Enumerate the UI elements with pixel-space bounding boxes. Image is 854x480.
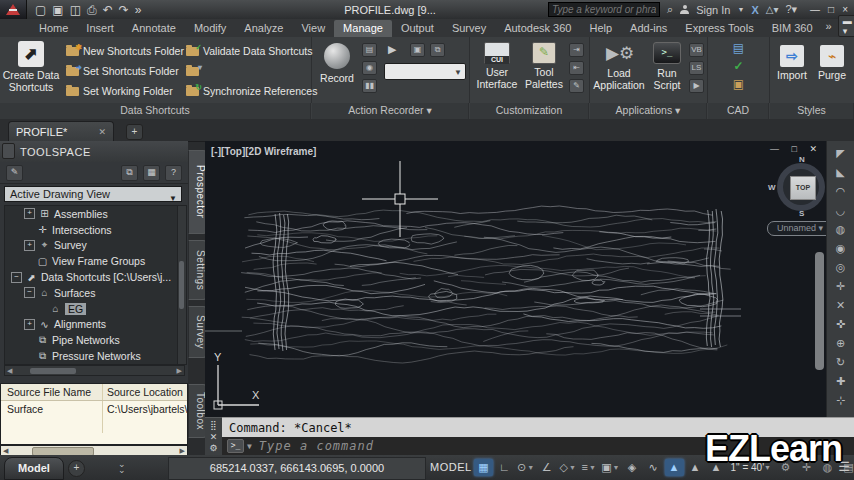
viewcube-north[interactable]: N (799, 155, 805, 164)
model-space-indicator[interactable]: MODEL (430, 457, 472, 478)
viewcube-west[interactable]: W (768, 183, 776, 192)
communication-center-icon[interactable]: △▾ (766, 4, 779, 15)
panel-label-styles[interactable]: Styles (770, 103, 854, 119)
restore-button[interactable]: □ (828, 4, 834, 15)
file-tab-close-icon[interactable]: ✕ (98, 127, 106, 137)
polar-tracking-icon[interactable]: ⊙▼ (516, 459, 535, 476)
point-create-icon[interactable]: ✛ (831, 277, 851, 295)
command-tools-icon[interactable]: ⚙ (209, 443, 217, 453)
item-view-orientation-icon[interactable]: ⧉ (121, 165, 138, 181)
minimize-button[interactable]: — (810, 4, 820, 15)
named-view-pill[interactable]: Unnamed ▾ (767, 221, 833, 236)
view-selector-combobox[interactable]: Active Drawing View ▼ (4, 186, 182, 202)
close-button[interactable]: × (842, 4, 848, 15)
redo-icon[interactable]: ↷ (119, 3, 129, 17)
edit-aliases-icon[interactable]: ✎ (569, 79, 584, 93)
ribbon-tab-manage[interactable]: Manage (334, 20, 392, 37)
ribbon-tab-help[interactable]: Help (580, 20, 621, 37)
ribbon-display-toggle[interactable]: ▬ ▾ (838, 15, 854, 37)
ribbon-tab-annotate[interactable]: Annotate (123, 20, 185, 37)
configure-standards-icon[interactable]: ▤ (731, 41, 747, 55)
tree-item-eg[interactable]: ⌂EG (5, 301, 177, 317)
toolspace-title[interactable]: TOOLSPACE (0, 141, 188, 162)
tree-item-survey[interactable]: +⌖Survey (5, 238, 177, 254)
search-input[interactable] (548, 2, 660, 17)
save-icon[interactable]: ◫ (70, 3, 81, 17)
marker-icon[interactable]: ⊹ (831, 391, 851, 409)
command-input-row[interactable]: >_ ▼ Type a command (222, 437, 854, 455)
ribbon-tab-modify[interactable]: Modify (185, 20, 235, 37)
export-cui-icon[interactable]: ⇤ (569, 61, 584, 75)
tree-expand-icon[interactable]: + (24, 240, 35, 251)
ortho-mode-icon[interactable]: ∟ (495, 459, 514, 476)
set-shortcuts-folder-button[interactable]: ➜ Set Shortcuts Folder (66, 62, 179, 80)
panel-label-applications[interactable]: Applications ▾ (590, 103, 707, 119)
orbit-icon[interactable]: ◍ (831, 220, 851, 238)
ribbon-tab-view[interactable]: View (292, 20, 334, 37)
application-menu-button[interactable] (0, 0, 27, 19)
ribbon-tab-add-ins[interactable]: Add-ins (621, 20, 676, 37)
viewcube[interactable]: N S W E TOP (771, 157, 833, 219)
refresh-icon[interactable]: ↻ (831, 353, 851, 371)
search-icon[interactable]: ⌕ (667, 3, 673, 16)
source-table-row[interactable]: SurfaceC:\Users\jbartels\ (1, 401, 187, 417)
tree-expand-icon[interactable]: + (24, 319, 35, 330)
macro-edit-icon[interactable]: ▣ (410, 43, 425, 57)
new-layout-button[interactable]: + (68, 460, 85, 477)
tree-expand-icon[interactable]: + (24, 208, 35, 219)
plot-icon[interactable]: ⎙ (87, 3, 97, 17)
steering-wheel-icon[interactable]: ◉ (831, 239, 851, 257)
import-cui-icon[interactable]: ⇥ (569, 43, 584, 57)
ribbon-tab-home[interactable]: Home (30, 20, 77, 37)
annotation-autoscale-icon[interactable]: ▲ (686, 459, 705, 476)
set-working-folder-button[interactable]: Set Working Folder (66, 82, 173, 100)
tree-vertical-scrollbar[interactable] (177, 205, 187, 365)
file-tab-profile[interactable]: PROFILE* ✕ (8, 121, 114, 141)
graphics-performance-icon[interactable]: ∿ (644, 459, 663, 476)
viewcube-top-face[interactable]: TOP (790, 176, 816, 200)
col-source-file-name[interactable]: Source File Name (1, 384, 103, 400)
validate-data-shortcuts-button[interactable]: ✓ Validate Data Shortcuts (186, 42, 313, 60)
drawing-canvas[interactable]: YX [-][Top][2D Wireframe] — □ ✕ N S W E … (205, 141, 826, 417)
run-vba-macro-icon[interactable]: ▶ (689, 79, 704, 93)
tree-item-view-frame-groups[interactable]: ▢View Frame Groups (5, 253, 177, 269)
new-file-icon[interactable]: ▢ (35, 3, 46, 17)
new-shortcuts-folder-button[interactable]: ✱ New Shortcuts Folder (66, 42, 184, 60)
select-arrow-alt-icon[interactable]: ◣ (831, 163, 851, 181)
tree-item-surfaces[interactable]: −⌂Surfaces (5, 285, 177, 301)
col-source-location[interactable]: Source Location (103, 384, 187, 400)
command-recent-icon[interactable]: >_ (227, 439, 244, 453)
new-tab-button[interactable]: + (126, 124, 143, 140)
select-arrow-icon[interactable]: ◤ (831, 144, 851, 162)
point-group-icon[interactable]: ✜ (831, 315, 851, 333)
command-window-grip[interactable]: ⣿ ✕ ⚙ (205, 417, 222, 455)
sign-in-caret-icon[interactable]: ▼ (737, 6, 744, 13)
command-close-icon[interactable]: ✕ (210, 432, 218, 442)
ribbon-tab-survey[interactable]: Survey (443, 20, 495, 37)
collapsed-palette-bar[interactable] (815, 252, 824, 370)
insert-message-icon[interactable]: ▤ (362, 43, 377, 57)
dynamic-ucs-icon[interactable]: ◈ (623, 459, 642, 476)
status-menu-icon[interactable]: ☰ (838, 459, 850, 474)
globe-icon[interactable]: ◎ (831, 258, 851, 276)
run-script-button[interactable]: >_ Run Script (648, 42, 686, 91)
source-table-row[interactable] (1, 417, 187, 433)
help-icon[interactable]: ?▾ (785, 3, 797, 16)
panel-label-action-recorder[interactable]: Action Recorder ▾ (312, 103, 469, 119)
coordinates-readout[interactable]: 685214.0337, 666143.0695, 0.0000 (168, 457, 426, 480)
annotation-scale-list-icon[interactable]: ▲ (707, 459, 726, 476)
record-button[interactable]: Record (314, 41, 360, 84)
help-toggle-icon[interactable]: ? (165, 165, 182, 181)
layer-translator-icon[interactable]: ▣ (731, 77, 747, 91)
visual-basic-icon[interactable]: VB (689, 43, 704, 57)
insert-input-icon[interactable]: ◉ (362, 61, 377, 75)
object-snap-tracking-icon[interactable]: ∠ (537, 459, 556, 476)
shortcuts-folder-tool-button[interactable]: ▾ (186, 62, 199, 80)
model-layout-tab[interactable]: Model (4, 457, 64, 480)
load-application-button[interactable]: ▶⚙ Load Application (592, 42, 646, 91)
tab-overflow-icon[interactable]: » (826, 20, 832, 32)
tree-item-data-shortcuts-c-users-j[interactable]: −⬈Data Shortcuts [C:\Users\j... (5, 269, 177, 285)
tree-item-pressure-networks[interactable]: ⧉Pressure Networks (5, 348, 177, 364)
user-interface-button[interactable]: CUI User Interface (474, 42, 520, 90)
tree-expand-icon[interactable]: − (11, 272, 22, 283)
